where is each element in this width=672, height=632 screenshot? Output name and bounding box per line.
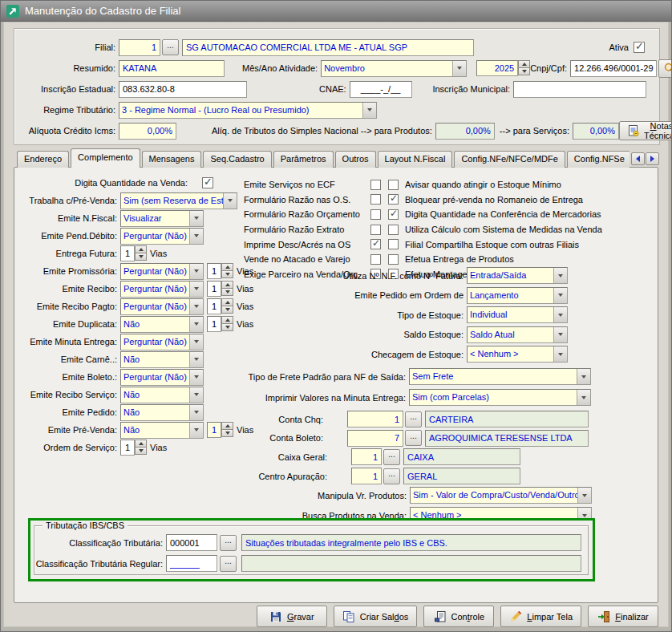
checkbox[interactable]	[370, 254, 381, 265]
checkbox[interactable]	[388, 180, 399, 190]
simples-label: Alíq. de Tributos do Simples Nacional --…	[212, 126, 432, 136]
dropdown[interactable]: Visualizar	[120, 210, 204, 227]
spinner-arrows[interactable]	[518, 60, 530, 76]
dropdown[interactable]: Individual	[467, 306, 568, 323]
cnpj-input[interactable]: 12.266.496/0001-29	[570, 60, 657, 77]
filial-lookup-button[interactable]: ...	[162, 39, 179, 55]
im-input[interactable]	[513, 81, 646, 98]
checkbox[interactable]	[388, 239, 399, 249]
classificacao-code-input[interactable]: ______	[166, 555, 217, 572]
aliquota-input[interactable]: 0,00%	[119, 123, 176, 140]
tab-mensagens[interactable]: Mensagens	[142, 151, 202, 168]
limpar-tela-button[interactable]: Limpar Tela	[500, 606, 581, 627]
im-label: Inscrição Municipal:	[432, 84, 510, 94]
checkbox[interactable]	[370, 239, 381, 249]
chevron-down-icon[interactable]	[189, 211, 203, 226]
spinner[interactable]: 1	[120, 245, 147, 261]
tab-seq-cadastro[interactable]: Seq.Cadastro	[203, 151, 271, 168]
chevron-down-icon[interactable]	[452, 61, 466, 76]
chevron-down-icon[interactable]	[553, 327, 567, 342]
gravar-button[interactable]: Gravar	[257, 606, 327, 627]
chevron-down-icon[interactable]	[577, 488, 591, 503]
regime-dropdown[interactable]: 3 - Regime Normal - (Lucro Real ou Presu…	[119, 102, 377, 119]
chevron-down-icon[interactable]	[553, 307, 567, 322]
dropdown[interactable]: Sem Frete	[409, 368, 591, 385]
ano-spinner[interactable]: 2025	[476, 60, 530, 76]
dropdown[interactable]: Sim - Valor de Compra/Custo/Venda/Outros	[410, 487, 592, 504]
checkbox[interactable]	[388, 209, 399, 220]
dropdown[interactable]: Sim (sem Reserva de Estoc	[120, 192, 237, 209]
cnae-input[interactable]: ____-_/__	[350, 81, 412, 98]
chevron-down-icon[interactable]	[553, 346, 567, 362]
field-label: Emite Minuta Entrega:	[19, 337, 117, 346]
checkbox[interactable]	[370, 209, 381, 220]
tab-complemento[interactable]: Complemento	[71, 148, 140, 168]
field-label: Emite Recibo:	[19, 284, 117, 294]
dropdown[interactable]: Lançamento	[467, 287, 568, 304]
spinner-arrows[interactable]	[135, 245, 147, 261]
ie-input[interactable]: 083.632.80-8	[119, 81, 247, 98]
tab-config-nfse[interactable]: Config.NFSe	[567, 151, 629, 168]
account-lookup-button[interactable]: ...	[405, 411, 422, 427]
account-code-input[interactable]: 1	[351, 448, 382, 465]
dropdown[interactable]: Entrada/Saída	[467, 267, 568, 284]
button-label: Gravar	[287, 612, 314, 622]
chevron-down-icon[interactable]	[577, 369, 590, 384]
title-bar[interactable]: Manutenção do Cadastro de Filial	[1, 1, 671, 22]
filial-code-input[interactable]: 1	[119, 39, 160, 56]
controle-button[interactable]: Controle	[423, 606, 494, 627]
chevron-down-icon[interactable]	[362, 103, 376, 118]
checkbox[interactable]	[388, 254, 399, 265]
form-row: Emite Serviços no ECFAvisar quando ating…	[244, 177, 653, 192]
checkbox[interactable]	[370, 225, 381, 235]
tab-outros[interactable]: Outros	[335, 151, 376, 168]
ativa-checkbox[interactable]	[634, 42, 645, 53]
chevron-down-icon[interactable]	[223, 193, 237, 209]
checkbox-label: Efetua Entrega de Produtos	[405, 254, 514, 264]
account-lookup-button[interactable]: ...	[405, 430, 422, 446]
field-label: Conta Boleto:	[269, 433, 323, 443]
tab-par-metros[interactable]: Parâmetros	[273, 151, 334, 168]
chevron-down-icon[interactable]	[189, 229, 203, 244]
tab-scroll-left-button[interactable]	[631, 152, 645, 165]
classificacao-description-field	[241, 555, 581, 572]
mes-dropdown[interactable]: Novembro	[321, 60, 467, 77]
dropdown[interactable]: Sim (com Parcelas)	[409, 389, 591, 406]
classificacao-description-field: Situações tributadas integralmente pelo …	[241, 534, 581, 551]
account-description-field: GERAL	[403, 468, 520, 484]
tab-layout-n-fiscal[interactable]: Layout N.Fiscal	[378, 151, 453, 168]
tab-config-nfe-nfce-mdfe[interactable]: Config.NFe/NFCe/MDFe	[454, 151, 565, 168]
button-label: Criar Saldos	[360, 612, 409, 622]
classificacao-lookup-button[interactable]: ...	[220, 535, 237, 551]
chevron-down-icon[interactable]	[577, 390, 590, 405]
dropdown[interactable]: Perguntar (Não)	[120, 228, 204, 245]
digita-quantidade-venda-checkbox[interactable]	[202, 177, 213, 188]
cnpj-search-button[interactable]	[658, 59, 672, 78]
checkbox[interactable]	[370, 194, 381, 205]
account-code-input[interactable]: 1	[351, 468, 382, 484]
account-code-input[interactable]: 1	[347, 411, 403, 427]
form-row: Caixa Geral:1...CAIXA	[14, 448, 520, 465]
ie-label: Inscrição Estadual:	[21, 84, 115, 94]
chevron-down-icon[interactable]	[553, 288, 567, 303]
account-description-field: AGROQUIMICA TERESENSE LTDA	[425, 430, 589, 447]
classificacao-lookup-button[interactable]: ...	[220, 556, 237, 572]
form-row: Regime Tributário: 3 - Regime Normal - (…	[21, 99, 651, 120]
checkbox[interactable]	[388, 194, 399, 205]
account-lookup-button[interactable]: ...	[383, 468, 400, 484]
checkbox[interactable]	[388, 225, 399, 235]
checkbox[interactable]	[370, 180, 381, 190]
dropdown[interactable]: Saldo Atual	[467, 326, 568, 343]
classificacao-code-input[interactable]: 000001	[166, 534, 217, 551]
finalizar-button[interactable]: Finalizar	[588, 606, 658, 627]
dropdown[interactable]: < Nenhum >	[467, 346, 568, 363]
tab-scroll-right-button[interactable]	[646, 152, 659, 165]
field-label: Tipo de Estoque:	[397, 310, 464, 320]
chevron-down-icon[interactable]	[553, 268, 567, 283]
tab-endere-o[interactable]: Endereço	[17, 151, 69, 168]
notas-tecnicas-button[interactable]: Notas Técnicas	[619, 121, 672, 140]
account-code-input[interactable]: 7	[347, 430, 403, 447]
criar-saldos-button[interactable]: Criar Saldos	[334, 606, 418, 627]
account-lookup-button[interactable]: ...	[383, 449, 400, 465]
resumido-input[interactable]: KATANA	[119, 60, 225, 77]
